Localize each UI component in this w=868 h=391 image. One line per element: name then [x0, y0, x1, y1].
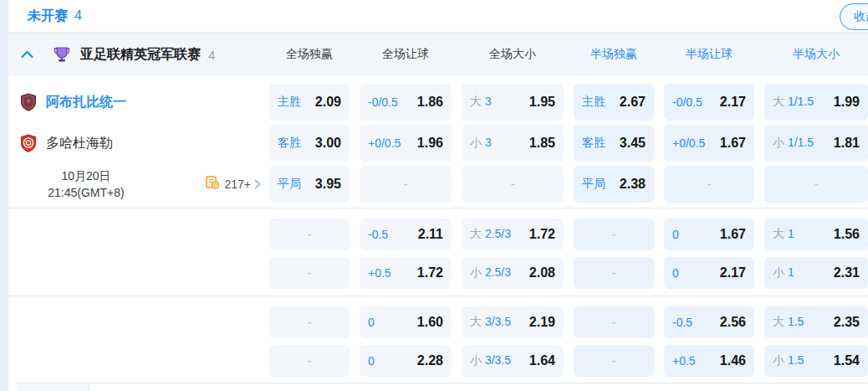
- odds-cell[interactable]: 01.67: [664, 219, 754, 250]
- odds-cell[interactable]: 客胜3.00: [269, 125, 350, 162]
- home-team-badge-icon: [20, 93, 37, 111]
- odds-cell[interactable]: 大 1/1.51.99: [764, 84, 868, 121]
- odds-cell-empty: -: [764, 166, 868, 203]
- odds-cell-empty: -: [360, 166, 452, 203]
- odds-list-coin-icon: [206, 176, 220, 193]
- more-markets-link[interactable]: 217+: [206, 176, 261, 193]
- away-team-badge-icon: [20, 134, 37, 152]
- odds-row: -01.60大 3/3.52.19--0.52.56大 1.52.35: [269, 306, 868, 338]
- odds-cell-empty: -: [269, 257, 350, 289]
- match-board: 阿布扎比统一 多哈杜海勒 10月20日 21:45(: [8, 75, 868, 377]
- odds-cell[interactable]: -0/0.51.86: [360, 84, 452, 121]
- odds-cell[interactable]: 02.28: [360, 345, 452, 377]
- odds-cell-empty: -: [269, 345, 350, 377]
- odds-row: --0.52.11大 2.5/31.72-01.67大 11.56: [269, 219, 868, 250]
- group-separator: [8, 208, 868, 208]
- odds-cell[interactable]: +0/0.51.67: [664, 125, 754, 162]
- odds-cell-empty: -: [269, 219, 350, 250]
- odds-row: 平局3.95--平局2.38--: [269, 166, 868, 203]
- odds-cell-empty: -: [574, 306, 654, 338]
- league-name: 亚足联精英冠军联赛: [80, 46, 201, 64]
- odds-rows: 主胜2.09-0/0.51.86大 31.95主胜2.67-0/0.52.17大…: [269, 84, 868, 377]
- away-team-name[interactable]: 多哈杜海勒: [46, 135, 113, 152]
- odds-cell[interactable]: 大 3/3.52.19: [462, 306, 564, 338]
- col-fulltime-1x2: 全场独赢: [269, 47, 350, 62]
- col-halftime-handicap: 半场让球: [664, 47, 754, 62]
- odds-cell[interactable]: -0.52.11: [360, 219, 452, 250]
- odds-cell[interactable]: 02.17: [664, 257, 754, 289]
- col-halftime-1x2: 半场独赢: [574, 47, 654, 62]
- odds-cell[interactable]: 主胜2.67: [574, 84, 654, 121]
- odds-cell[interactable]: 大 11.56: [764, 219, 868, 250]
- group-separator: [8, 296, 868, 296]
- odds-cell[interactable]: 小 31.85: [462, 125, 564, 162]
- content: 未开赛 4 收起 亚足联精英冠军联赛: [8, 0, 868, 391]
- odds-cell[interactable]: 主胜2.09: [269, 84, 350, 121]
- chevron-up-icon[interactable]: [19, 47, 34, 62]
- odds-cell[interactable]: 小 1/1.51.81: [764, 125, 868, 162]
- collapse-all-button[interactable]: 收起: [840, 3, 868, 30]
- odds-row: -02.28小 3/3.51.64-+0.51.46小 1.51.54: [269, 345, 868, 377]
- league-header: 亚足联精英冠军联赛 4 全场独赢 全场让球 全场大小 半场独赢 半场让球 半场大…: [8, 34, 868, 75]
- away-team-row[interactable]: 多哈杜海勒: [8, 125, 269, 162]
- col-fulltime-handicap: 全场让球: [360, 47, 452, 62]
- odds-cell[interactable]: 小 3/3.51.64: [462, 345, 564, 377]
- col-fulltime-overunder: 全场大小: [462, 47, 564, 62]
- odds-cell[interactable]: -0/0.52.17: [664, 84, 754, 121]
- odds-cell-empty: -: [269, 306, 350, 338]
- odds-cell[interactable]: +0.51.46: [664, 345, 754, 377]
- odds-cell[interactable]: +0.51.72: [360, 257, 452, 289]
- odds-cell[interactable]: 小 12.31: [764, 257, 868, 289]
- odds-cell[interactable]: 平局2.38: [574, 166, 654, 203]
- odds-cell[interactable]: 大 2.5/31.72: [462, 219, 564, 250]
- odds-cell[interactable]: 客胜3.45: [574, 125, 654, 162]
- odds-cell-empty: -: [574, 257, 654, 289]
- odds-cell-empty: -: [574, 219, 654, 250]
- col-halftime-overunder: 半场大小: [764, 47, 868, 62]
- status-bar: 未开赛 4 收起: [8, 0, 868, 32]
- markets-count[interactable]: 217+: [224, 177, 251, 191]
- odds-cell[interactable]: -0.52.56: [664, 306, 754, 338]
- odds-cell[interactable]: 小 1.51.54: [764, 345, 868, 377]
- match-info-pane: 阿布扎比统一 多哈杜海勒 10月20日 21:45(: [8, 84, 269, 207]
- match-time: 21:45(GMT+8): [8, 184, 164, 201]
- chevron-right-icon: [254, 179, 261, 189]
- odds-row: 主胜2.09-0/0.51.86大 31.95主胜2.67-0/0.52.17大…: [269, 84, 868, 121]
- next-section-left-cell: [17, 383, 89, 391]
- odds-cell[interactable]: 平局3.95: [269, 166, 350, 203]
- odds-cell-empty: -: [462, 166, 564, 203]
- next-section-edge: [17, 383, 868, 391]
- status-title: 未开赛: [28, 8, 68, 25]
- league-info: 亚足联精英冠军联赛 4: [8, 34, 215, 75]
- column-headers: 全场独赢 全场让球 全场大小 半场独赢 半场让球 半场大小: [269, 34, 868, 75]
- odds-cell-empty: -: [664, 166, 754, 203]
- status-count: 4: [74, 8, 82, 23]
- league-count: 4: [208, 48, 215, 62]
- odds-row: -+0.51.72小 2.5/32.08-02.17小 12.31: [269, 257, 868, 289]
- betting-odds-page: 未开赛 4 收起 亚足联精英冠军联赛: [0, 0, 868, 391]
- match-date: 10月20日: [8, 167, 164, 184]
- odds-cell[interactable]: 01.60: [360, 306, 452, 338]
- odds-cell[interactable]: +0/0.51.96: [360, 125, 452, 162]
- odds-cell[interactable]: 大 1.52.35: [764, 306, 868, 338]
- odds-cell[interactable]: 小 2.5/32.08: [462, 257, 564, 289]
- odds-row: 客胜3.00+0/0.51.96小 31.85客胜3.45+0/0.51.67小…: [269, 125, 868, 162]
- home-team-name[interactable]: 阿布扎比统一: [46, 94, 126, 111]
- left-edge-strip: [0, 0, 8, 391]
- odds-cell[interactable]: 大 31.95: [462, 84, 564, 121]
- home-team-row[interactable]: 阿布扎比统一: [8, 84, 269, 121]
- match-datetime: 10月20日 21:45(GMT+8): [8, 167, 164, 202]
- match-meta-row: 10月20日 21:45(GMT+8): [8, 166, 269, 203]
- odds-cell-empty: -: [574, 345, 654, 377]
- trophy-icon: [53, 45, 71, 64]
